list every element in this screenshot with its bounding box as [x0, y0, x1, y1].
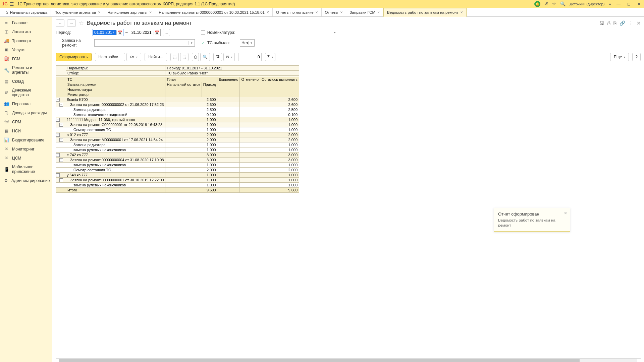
period-to-field[interactable]: [130, 30, 154, 35]
run-button[interactable]: Сформировать: [56, 53, 92, 61]
bell-icon[interactable]: 🔔: [534, 1, 540, 7]
report-row-label[interactable]: Заявка на ремонт 00000000001 от 30.10.20…: [66, 178, 165, 183]
save-file-button[interactable]: 🖫: [213, 53, 222, 61]
sidebar-item[interactable]: ▦НСИ: [0, 126, 52, 135]
sidebar-item[interactable]: 📱Мобильное приложение: [0, 163, 52, 176]
tree-toggle-icon[interactable]: −: [56, 98, 60, 102]
user-label[interactable]: Деточкин (директор): [570, 2, 604, 6]
report-row-label[interactable]: замена рулевых наконечников: [66, 163, 165, 168]
print-icon[interactable]: ⎙: [607, 20, 610, 26]
tab-home[interactable]: Начальная страница: [2, 8, 51, 16]
calendar-from-icon[interactable]: 📅: [116, 31, 123, 35]
send-mail-button[interactable]: ✉▾: [223, 53, 235, 61]
sidebar-item[interactable]: 👥Персонал: [0, 99, 52, 108]
sidebar-item[interactable]: ⚙Администрирование: [0, 176, 52, 185]
nav-forward-button[interactable]: →: [67, 19, 76, 27]
report-row-label[interactable]: Заявка на ремонт 00000000004 от 31.08.20…: [66, 158, 165, 163]
report-row-label[interactable]: Scania K700: [66, 97, 165, 102]
help-button[interactable]: ?: [632, 53, 641, 61]
tree-toggle-icon[interactable]: −: [56, 133, 60, 137]
minimize-icon[interactable]: —: [615, 2, 622, 6]
ts-vybylo-checkbox[interactable]: ✓: [201, 41, 205, 45]
tree-toggle-icon[interactable]: −: [56, 118, 60, 122]
sidebar-item[interactable]: ⛽ГСМ: [0, 54, 52, 63]
report-table[interactable]: Параметры:Период: 01.01.2017 - 31.10.202…: [56, 65, 299, 193]
tab-close-icon[interactable]: ×: [377, 10, 380, 15]
sidebar-item[interactable]: 🚚Транспорт: [0, 36, 52, 45]
report-row-label[interactable]: Осмотр состояния ТС: [66, 168, 165, 173]
report-row-label[interactable]: Осмотр состояния ТС: [66, 127, 165, 132]
zayavka-checkbox[interactable]: [56, 41, 60, 45]
save-icon[interactable]: 🖫: [599, 20, 604, 26]
tab-item[interactable]: Начисление зарплаты 00000000001 от 10.03…: [155, 8, 273, 16]
settings-button[interactable]: Настройки...: [95, 53, 125, 61]
nomenclature-checkbox[interactable]: [201, 31, 205, 35]
tree-toggle-icon[interactable]: −: [56, 173, 60, 177]
tab-item[interactable]: Отчеты×: [322, 8, 346, 16]
sidebar-item[interactable]: 🔧Ремонты и агрегаты: [0, 63, 52, 77]
tree-toggle-icon[interactable]: −: [59, 123, 63, 127]
maximize-icon[interactable]: ◻: [626, 2, 632, 6]
tab-item[interactable]: Ведомость работ по заявкам на ремонт×: [383, 8, 467, 17]
tree-toggle-icon[interactable]: −: [59, 138, 63, 142]
expand-button[interactable]: ⬚: [170, 53, 179, 61]
nomenclature-dropdown[interactable]: ▾: [239, 29, 338, 36]
print-button[interactable]: ⎙: [192, 53, 199, 61]
link-icon[interactable]: 🔗: [620, 20, 625, 26]
toast-close-icon[interactable]: ✕: [564, 211, 567, 216]
tab-item[interactable]: Начисление зарплаты×: [104, 8, 156, 16]
tree-toggle-icon[interactable]: −: [59, 103, 63, 107]
close-page-icon[interactable]: ✕: [637, 20, 641, 26]
tab-close-icon[interactable]: ×: [340, 10, 342, 15]
more-vert-icon[interactable]: ⋮: [629, 20, 633, 26]
sidebar-item[interactable]: ▣Услуги: [0, 45, 52, 54]
period-from-field[interactable]: [93, 30, 116, 35]
menu-icon[interactable]: ☰: [10, 1, 14, 7]
tab-item[interactable]: Поступление агрегатов×: [51, 8, 104, 16]
sidebar-item[interactable]: ≡Главное: [0, 18, 52, 27]
tab-item[interactable]: Отчеты по логистике×: [273, 8, 322, 16]
report-row-label[interactable]: у 548 ко 777: [66, 173, 165, 178]
tree-toggle-icon[interactable]: −: [56, 153, 60, 157]
sidebar-item[interactable]: ☏CRM: [0, 117, 52, 126]
history-icon[interactable]: ↺: [544, 1, 548, 6]
tab-close-icon[interactable]: ×: [461, 10, 463, 15]
period-dialog-button[interactable]: ...: [163, 29, 170, 36]
report-row-label[interactable]: 11111111 Модель 11-066, крытый вагон: [66, 117, 165, 122]
sidebar-item[interactable]: 📊Бюджетирование: [0, 135, 52, 144]
tree-toggle-icon[interactable]: −: [59, 178, 63, 182]
close-window-icon[interactable]: ✕: [636, 2, 642, 6]
tab-close-icon[interactable]: ×: [98, 10, 101, 15]
settings-icon[interactable]: ≡: [608, 1, 611, 6]
report-row-label[interactable]: Заявка на ремонт C000000001 от 22.08.201…: [66, 122, 165, 127]
sidebar-item[interactable]: ₽Денежные средства: [0, 86, 52, 99]
report-row-label[interactable]: Заявка на ремонт 00000000002 от 21.06.20…: [66, 102, 165, 107]
calendar-to-icon[interactable]: 📅: [154, 31, 160, 35]
export-icon[interactable]: ⎘: [613, 20, 616, 26]
report-row-label[interactable]: Заявка на ремонт M000000001 от 17.06.202…: [66, 137, 165, 142]
search-icon[interactable]: 🔍: [560, 1, 566, 6]
report-row-label[interactable]: замена рулевых наконечников: [66, 183, 165, 188]
tab-close-icon[interactable]: ×: [316, 10, 318, 15]
sidebar-item[interactable]: ✕ЦСМ: [0, 154, 52, 163]
report-row-label[interactable]: Замена радиатора: [66, 142, 165, 147]
horizontal-scrollbar[interactable]: [59, 359, 637, 362]
report-row-label[interactable]: замена рулевых наконечников: [66, 147, 165, 153]
nav-back-button[interactable]: ←: [56, 19, 64, 27]
report-row-label[interactable]: Замена технических жидкостей: [66, 112, 165, 117]
tree-toggle-icon[interactable]: −: [59, 158, 63, 162]
sum-field[interactable]: [238, 53, 262, 61]
favorite-star-icon[interactable]: ☆: [78, 19, 84, 27]
favorite-icon[interactable]: ☆: [552, 1, 556, 6]
tab-close-icon[interactable]: ×: [149, 10, 152, 15]
tab-close-icon[interactable]: ×: [267, 10, 269, 15]
more-button[interactable]: Еще▾: [610, 53, 629, 61]
sidebar-item[interactable]: ✕Мониторинг: [0, 144, 52, 154]
find-button[interactable]: Найти...: [145, 53, 167, 61]
sidebar-item[interactable]: ▤Склад: [0, 77, 52, 86]
sum-button[interactable]: Σ▾: [265, 53, 275, 61]
variants-button[interactable]: 🗂▾: [126, 53, 141, 61]
report-row-label[interactable]: е 742 ка 777: [66, 153, 165, 158]
zayavka-dropdown[interactable]: ▾: [94, 39, 195, 47]
tab-item[interactable]: Заправки ГСМ×: [346, 8, 383, 16]
